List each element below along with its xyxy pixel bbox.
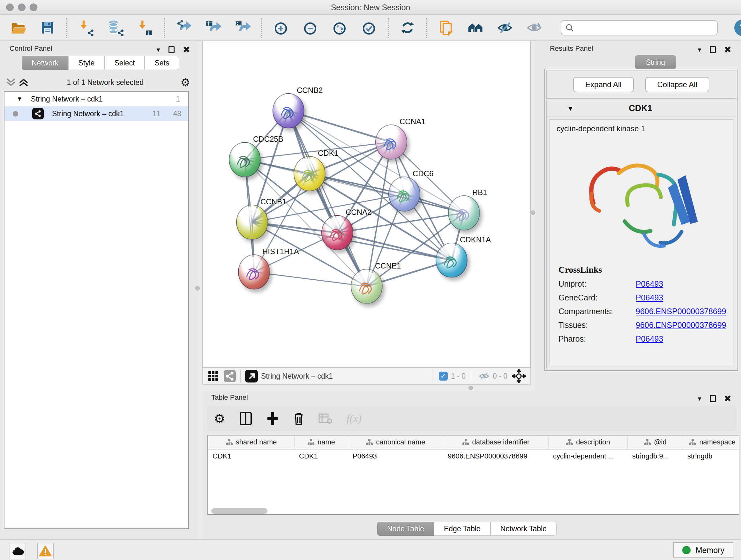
show-annotations-button[interactable] [437,18,455,37]
expand-all-networks-icon[interactable] [17,77,30,88]
zoom-out-button[interactable] [301,18,320,37]
tab-edge-table[interactable]: Edge Table [434,522,490,536]
warning-status-button[interactable] [37,543,54,559]
network-view-title: String Network – cdk1 [261,372,428,381]
import-network-from-database-button[interactable] [106,18,125,37]
crosslink-link[interactable]: 9606.ENSP00000378699 [636,320,726,330]
column-header-database-identifier[interactable]: database identifier [443,435,549,449]
column-header-name[interactable]: name [294,435,348,449]
horizontal-splitter-handle[interactable] [468,386,473,390]
save-session-button[interactable] [38,18,57,37]
node-HIST1H1A[interactable] [238,254,270,290]
right-splitter-handle[interactable] [531,210,535,215]
panel-close-icon[interactable]: ✖ [724,44,731,55]
edge-HIST1H1A-CCNE1[interactable] [254,272,367,287]
tab-sets[interactable]: Sets [145,56,179,70]
network-view-canvas[interactable]: CCNB2CCNA1CDC25BCDK1CDC6RB1CCNB1CCNA2CDK… [202,41,531,368]
crosslink-link[interactable]: P06493 [636,279,663,289]
table-horizontal-scrollbar[interactable] [211,508,267,514]
show-columns-icon[interactable] [239,412,252,426]
string-results-container: Expand All Collapse All ▼ CDK1 cyclin-de… [544,69,738,371]
column-header-namespace[interactable]: namespace [683,435,739,449]
memory-button[interactable]: Memory [673,542,733,558]
panel-menu-icon[interactable]: ▾ [156,46,160,54]
hidden-eye-icon[interactable] [479,371,489,381]
table-panel: Table Panel ▾ ✖ ⚙ f(x) shared namenameca… [202,391,741,539]
network-overview-button[interactable] [466,18,485,37]
node-CCNE1[interactable] [351,269,383,304]
apply-preferred-layout-button[interactable] [398,18,417,37]
network-options-gear-icon[interactable]: ⚙ [181,76,190,89]
panel-menu-icon[interactable]: ▾ [697,46,701,54]
cloud-status-button[interactable] [10,543,26,559]
results-tab-string[interactable]: String [635,55,676,69]
table-row[interactable]: CDK1CDK1P064939606.ENSP00000378699cyclin… [208,449,739,463]
collapse-all-button[interactable]: Collapse All [645,77,710,92]
table-options-gear-icon[interactable]: ⚙ [214,411,225,426]
tab-style[interactable]: Style [68,56,105,70]
expand-all-button[interactable]: Expand All [573,77,633,92]
search-input[interactable] [574,23,713,32]
open-in-new-window-icon[interactable] [245,370,258,382]
open-session-button[interactable] [9,18,27,37]
panel-float-icon[interactable] [169,46,175,53]
import-table-from-file-button[interactable] [136,18,154,37]
node-CDKN1A[interactable] [435,243,468,278]
gene-collapse-icon[interactable]: ▼ [567,105,574,112]
edge-CCNB2-CCNE1[interactable] [288,111,367,287]
crosslink-link[interactable]: P06493 [636,293,663,302]
help-button[interactable]: ? [734,19,741,36]
panel-menu-icon[interactable]: ▾ [697,395,701,403]
collapse-all-networks-icon[interactable] [4,77,17,88]
panel-float-icon[interactable] [710,46,716,53]
tab-network-table[interactable]: Network Table [490,522,556,536]
toolbar-separator [164,18,165,38]
tab-node-table[interactable]: Node Table [377,522,434,536]
birds-eye-view-icon[interactable] [512,369,526,383]
string-badge-icon[interactable] [224,370,236,382]
node-CCNB2[interactable] [273,93,305,128]
crosslink-link[interactable]: 9606.ENSP00000378699 [636,307,726,316]
left-splitter-handle[interactable] [195,286,200,291]
protein-structure-thumbnail [393,185,416,207]
column-header-at-id[interactable]: @id [628,435,683,449]
create-column-icon[interactable] [266,412,279,426]
table-cell: 9606.ENSP00000378699 [443,449,549,463]
panel-close-icon[interactable]: ✖ [724,393,731,404]
column-header-shared-name[interactable]: shared name [208,435,294,449]
gene-section-header[interactable]: ▼ CDK1 [547,100,736,117]
import-network-from-file-button[interactable] [77,18,95,37]
function-builder-icon: f(x) [347,413,361,425]
column-header-description[interactable]: description [549,435,628,449]
node-CDC25B[interactable] [229,142,261,177]
node-CDK1[interactable] [293,156,326,191]
node-CDC6[interactable] [388,177,420,212]
panel-close-icon[interactable]: ✖ [183,44,190,55]
network-collection-row[interactable]: ▼ String Network – cdk1 1 [4,91,188,106]
column-header-canonical-name[interactable]: canonical name [348,435,443,449]
node-RB1[interactable] [448,195,480,231]
network-row[interactable]: String Network – cdk1 11 48 [4,106,188,121]
node-CCNB1[interactable] [236,205,268,240]
delete-column-icon[interactable] [293,412,305,426]
node-CCNA2[interactable] [321,215,353,250]
toolbar-separator [261,18,262,38]
hide-graphics-details-button[interactable] [495,18,514,37]
panel-float-icon[interactable] [710,395,716,402]
table-cell: CDK1 [294,449,348,463]
tab-select[interactable]: Select [105,56,145,70]
show-graphics-details-button[interactable] [525,18,543,37]
export-network-button[interactable] [174,18,193,37]
collection-expand-icon[interactable]: ▼ [17,96,23,103]
crosslink-link[interactable]: P06493 [636,334,663,344]
node-CCNA1[interactable] [375,125,407,160]
selected-checkbox-icon[interactable]: ✓ [439,372,448,381]
search-box[interactable] [561,20,718,36]
export-table-button[interactable] [204,18,222,37]
grid-view-icon[interactable] [208,371,219,381]
zoom-in-button[interactable] [272,18,290,37]
zoom-fit-button[interactable] [330,18,349,37]
zoom-selected-button[interactable] [360,18,378,37]
export-image-button[interactable] [233,18,252,37]
tab-network[interactable]: Network [22,56,68,70]
